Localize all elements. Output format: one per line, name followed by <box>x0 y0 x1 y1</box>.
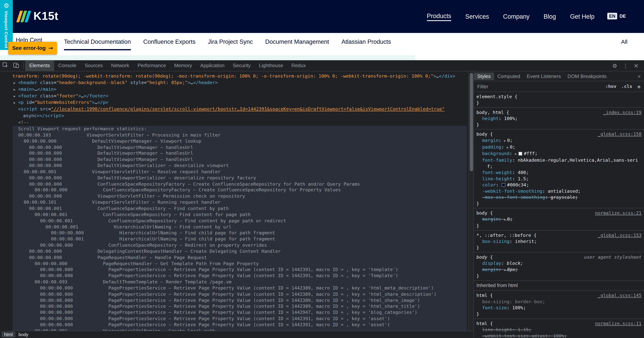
css-selector[interactable]: element.style <box>476 94 512 99</box>
main-nav-item-blog[interactable]: Blog <box>544 12 556 20</box>
devtools-tab-console[interactable]: Console <box>54 60 80 71</box>
close-icon[interactable]: × <box>631 62 642 69</box>
settings-gear-icon[interactable]: ⚙ <box>609 62 620 69</box>
dom-tree-line[interactable]: ▸<p id="buttonWebsiteErrors">…</p> <box>18 99 468 106</box>
css-selector[interactable]: body <box>476 210 487 216</box>
expand-arrow-icon[interactable]: ▸ <box>14 80 16 86</box>
dom-tree-line[interactable]: ▸<footer class="footer">…</footer> <box>18 93 468 99</box>
devtools-tab-application[interactable]: Application <box>196 60 229 71</box>
performance-log-line: 00:00:00.000 PagePropertiesService — Ret… <box>12 310 467 316</box>
css-selector[interactable]: body <box>476 255 487 260</box>
subnav-item-confluence-exports[interactable]: Confluence Exports <box>143 33 196 50</box>
expand-arrow-icon[interactable]: ▸ <box>507 145 510 149</box>
css-property[interactable]: -moz-osx-font-smoothing: grayscale; <box>476 194 642 201</box>
dom-tree-line[interactable]: ▸<header class="header-background--black… <box>18 80 468 86</box>
devtools-tab-performance[interactable]: Performance <box>134 60 170 71</box>
css-property[interactable]: line-height: 1.15; <box>476 327 642 333</box>
kebab-menu-icon[interactable]: ⋮ <box>620 62 631 69</box>
expand-arrow-icon[interactable]: ▸ <box>14 99 16 106</box>
expand-arrow-icon[interactable]: ▸ <box>515 152 518 156</box>
k15t-logo[interactable]: K15t <box>18 10 58 23</box>
subnav-item-jira-project-sync[interactable]: Jira Project Sync <box>208 33 253 50</box>
stylesheet-link[interactable]: normalize.scss:21 <box>595 210 642 216</box>
subnav-item-document-management[interactable]: Document Management <box>265 33 329 50</box>
css-property[interactable]: box-sizing: inherit; <box>476 238 642 245</box>
stylesheet-link[interactable]: _index.scss:19 <box>603 109 642 116</box>
new-style-rule-button[interactable]: + <box>637 83 640 90</box>
css-selector[interactable]: *, ::after, ::before <box>476 233 531 238</box>
dom-tree-line[interactable]: ▸<main>…</main> <box>18 86 468 93</box>
css-property[interactable]: -webkit-text-size-adjust: 100%; <box>476 333 642 338</box>
css-property[interactable]: font-weight: 400; <box>476 169 642 176</box>
subnav-item-atlassian-products[interactable]: Atlassian Products <box>342 33 391 50</box>
device-toolbar-icon[interactable] <box>11 62 21 69</box>
stylesheet-link[interactable]: _global.scss:145 <box>598 293 642 299</box>
lang-en-button[interactable]: EN <box>608 13 617 19</box>
css-property[interactable]: height: 100%; <box>476 115 642 122</box>
sidebar-tab-dom-breakpoints[interactable]: DOM Breakpoints <box>564 72 610 80</box>
stylesheet-link[interactable]: normalize.scss:11 <box>595 321 642 327</box>
pseudo-state-toggle[interactable]: :hov <box>605 84 616 89</box>
class-toggle[interactable]: .cls <box>621 84 632 89</box>
styles-filter-input[interactable] <box>477 83 600 89</box>
breadcrumb-html[interactable]: html <box>2 332 15 338</box>
css-property[interactable]: font-size: 100%; <box>476 305 642 311</box>
style-rule: element.style {} <box>474 92 644 108</box>
css-selector[interactable]: html <box>476 293 487 298</box>
dom-tree-line[interactable]: async></script> <box>23 113 468 119</box>
css-property[interactable]: box-sizing: border-box; <box>476 299 642 305</box>
breadcrumb-body[interactable]: body <box>16 332 31 338</box>
gear-icon[interactable]: ⚙ <box>4 2 9 9</box>
css-property[interactable]: padding: ▸ 0; <box>476 144 642 151</box>
sidebar-tab-event-listeners[interactable]: Event Listeners <box>524 72 564 80</box>
color-swatch[interactable] <box>518 152 522 156</box>
css-property[interactable]: margin: ▸ 0; <box>476 137 642 144</box>
css-selector[interactable]: html <box>476 321 487 326</box>
main-nav-item-get-help[interactable]: Get Help <box>570 12 594 20</box>
inspect-icon[interactable] <box>0 62 11 69</box>
css-property[interactable]: font-family: nbAkademie-regular,Helvetic… <box>476 157 642 169</box>
devtools-tab-sources[interactable]: Sources <box>80 60 107 71</box>
css-selector[interactable]: body, html <box>476 110 504 115</box>
expand-arrow-icon[interactable]: ▸ <box>504 217 507 222</box>
css-selector[interactable]: body <box>476 132 487 137</box>
expand-arrow-icon[interactable]: ▸ <box>504 268 507 272</box>
sidebar-tab-styles[interactable]: Styles <box>474 72 494 80</box>
subnav-item-technical-documentation[interactable]: Technical Documentation <box>64 33 131 50</box>
devtools-tab-security[interactable]: Security <box>229 60 255 71</box>
stylesheet-link[interactable]: _global.scss:153 <box>598 232 642 239</box>
stylesheet-link[interactable]: _global.scss:158 <box>598 131 642 137</box>
devtools-tab-memory[interactable]: Memory <box>170 60 196 71</box>
tree-scrollbar[interactable] <box>468 71 474 331</box>
devtools-tab-network[interactable]: Network <box>107 60 134 71</box>
lang-de-button[interactable]: DE <box>620 14 626 19</box>
devtools-tab-elements[interactable]: Elements <box>25 60 54 71</box>
main-nav-item-products[interactable]: Products <box>427 12 451 21</box>
css-property[interactable]: margin: ▸ 0; <box>476 216 642 223</box>
devtools-tab-redux[interactable]: Redux <box>287 60 310 71</box>
devtools-tab-lighthouse[interactable]: Lighthouse <box>255 60 288 71</box>
subnav-all-link[interactable]: All <box>621 33 628 50</box>
css-property[interactable]: background: ▸ #fff; <box>476 151 642 157</box>
dom-tree-line[interactable]: <script src="//localhost:1990/confluence… <box>18 106 468 113</box>
main-nav-item-services[interactable]: Services <box>465 12 489 20</box>
more-tabs-icon[interactable]: » <box>638 73 641 79</box>
style-rule: _index.scss:19body, html {height: 100%;} <box>474 108 644 130</box>
see-error-log-button[interactable]: See error-log → <box>8 42 57 54</box>
performance-log-line: 00:00:00.000 PagePropertiesService — Ret… <box>12 267 467 273</box>
expand-arrow-icon[interactable]: ▸ <box>14 93 16 99</box>
scrollbar-thumb[interactable] <box>470 73 473 171</box>
css-property[interactable]: line-height: 1.5; <box>476 176 642 182</box>
main-nav-item-company[interactable]: Company <box>503 12 530 20</box>
css-property[interactable]: -webkit-font-smoothing: antialiased; <box>476 188 642 194</box>
performance-log-line: 00:00:00.001 ConfluenceSpaceRepository —… <box>12 206 467 212</box>
sidebar-tab-computed[interactable]: Computed <box>494 72 524 80</box>
color-swatch[interactable] <box>502 183 506 187</box>
expand-arrow-icon[interactable]: ▸ <box>504 139 507 143</box>
css-property[interactable]: margin: ▸ 8px; <box>476 267 642 273</box>
expand-arrow-icon[interactable]: ▸ <box>14 86 16 93</box>
css-property[interactable]: color: #000c34; <box>476 182 642 188</box>
css-property[interactable]: display: block; <box>476 260 642 267</box>
dom-tree-line[interactable]: transform: rotate(90deg); -webkit-transf… <box>12 73 468 80</box>
performance-log-comment[interactable]: Scroll Viewport request performance stat… <box>12 126 467 331</box>
